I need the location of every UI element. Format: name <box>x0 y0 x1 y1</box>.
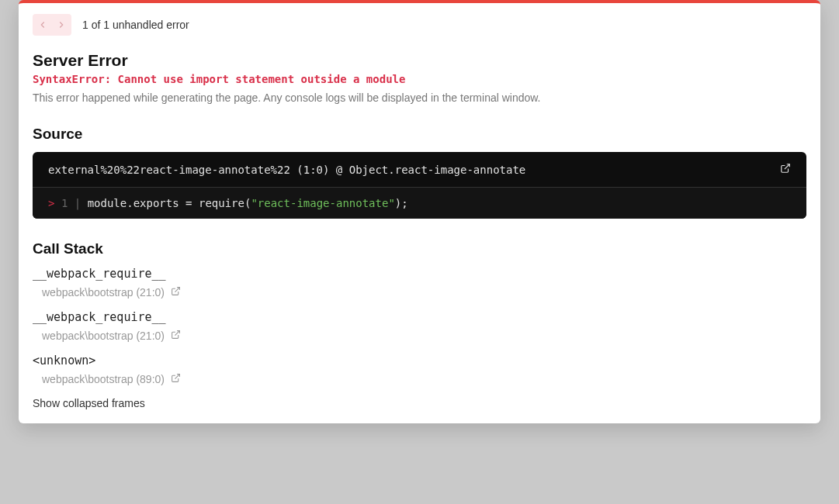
stack-frame-location-row: webpack\bootstrap (21:0) <box>33 329 806 343</box>
source-heading: Source <box>33 126 806 143</box>
open-frame-in-editor-button[interactable] <box>171 285 181 299</box>
external-link-icon <box>171 286 181 296</box>
prev-error-button[interactable] <box>34 16 51 34</box>
code-token: require <box>199 197 244 209</box>
page-title: Server Error <box>33 51 806 70</box>
error-description: This error happened while generating the… <box>33 91 806 104</box>
stack-frame-function: __webpack_require__ <box>33 267 806 281</box>
call-stack-heading: Call Stack <box>33 240 806 257</box>
next-error-button[interactable] <box>53 16 70 34</box>
open-frame-in-editor-button[interactable] <box>171 329 181 343</box>
source-code-body: > 1 | module.exports = require("react-im… <box>33 188 806 219</box>
error-count-label: 1 of 1 unhandled error <box>82 19 189 31</box>
code-gutter-sep: | <box>75 197 81 209</box>
chevron-right-icon <box>56 19 67 30</box>
stack-frame: __webpack_require__ webpack\bootstrap (2… <box>33 310 806 343</box>
code-line-number: 1 <box>61 197 68 209</box>
open-frame-in-editor-button[interactable] <box>171 372 181 386</box>
external-link-icon <box>171 373 181 383</box>
call-stack-list: __webpack_require__ webpack\bootstrap (2… <box>33 267 806 409</box>
stack-frame: <unknown> webpack\bootstrap (89:0) <box>33 354 806 386</box>
code-token: exports <box>133 197 179 209</box>
error-nav-buttons <box>33 14 71 36</box>
chevron-left-icon <box>37 19 48 30</box>
code-token: . <box>127 197 133 209</box>
svg-line-1 <box>175 288 179 292</box>
source-location-header: external%20%22react-image-annotate%22 (1… <box>33 152 806 188</box>
stack-frame-function: <unknown> <box>33 354 806 368</box>
stack-frame-location: webpack\bootstrap (21:0) <box>42 286 165 299</box>
svg-line-0 <box>785 164 789 169</box>
svg-line-3 <box>175 375 179 379</box>
external-link-icon <box>171 330 181 340</box>
code-token: module <box>88 197 127 209</box>
code-token: ); <box>395 197 408 209</box>
code-token: = <box>179 197 199 209</box>
code-token: "react-image-annotate" <box>251 197 394 209</box>
stack-frame-location-row: webpack\bootstrap (89:0) <box>33 372 806 386</box>
stack-frame-location: webpack\bootstrap (21:0) <box>42 330 165 342</box>
stack-frame-location: webpack\bootstrap (89:0) <box>42 373 165 385</box>
external-link-icon <box>780 163 791 174</box>
stack-frame: __webpack_require__ webpack\bootstrap (2… <box>33 267 806 299</box>
stack-frame-function: __webpack_require__ <box>33 310 806 324</box>
open-in-editor-button[interactable] <box>780 163 791 176</box>
code-caret: > <box>48 197 54 209</box>
error-overlay-dialog: 1 of 1 unhandled error Server Error Synt… <box>19 0 820 423</box>
error-nav-row: 1 of 1 unhandled error <box>33 14 806 36</box>
stack-frame-location-row: webpack\bootstrap (21:0) <box>33 285 806 299</box>
dialog-content: 1 of 1 unhandled error Server Error Synt… <box>19 3 820 423</box>
error-message: SyntaxError: Cannot use import statement… <box>33 73 806 85</box>
show-collapsed-frames-button[interactable]: Show collapsed frames <box>33 397 806 409</box>
source-code-frame: external%20%22react-image-annotate%22 (1… <box>33 152 806 219</box>
source-location-text: external%20%22react-image-annotate%22 (1… <box>48 164 525 176</box>
svg-line-2 <box>175 331 179 336</box>
